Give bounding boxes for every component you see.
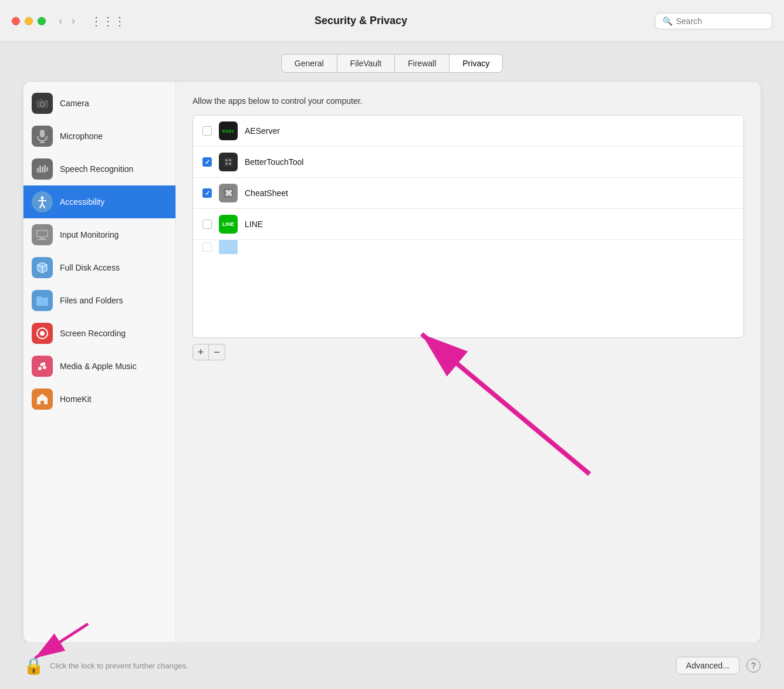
sidebar-item-input-monitoring[interactable]: Input Monitoring [23,218,175,251]
svg-rect-11 [44,165,46,173]
sidebar-label-screen-recording: Screen Recording [60,329,126,338]
tabs-bar: General FileVault Firewall Privacy [23,54,761,73]
tab-privacy[interactable]: Privacy [450,54,503,73]
add-app-button[interactable]: + [192,344,209,360]
back-button[interactable]: ‹ [55,13,66,28]
app-list-item-bettertouchtool[interactable]: BetterTouchTool [193,147,744,178]
sidebar: Camera Microphone [23,82,176,642]
app-list-item-partial [193,240,744,254]
remove-app-button[interactable]: − [209,344,225,360]
window-title: Security & Privacy [67,15,655,27]
svg-rect-4 [46,101,48,102]
svg-rect-30 [229,159,231,161]
line-name: LINE [245,219,263,229]
bettertouchtool-name: BetterTouchTool [245,157,303,167]
tab-firewall[interactable]: Firewall [395,54,450,73]
aeserver-checkbox[interactable] [202,126,212,136]
svg-rect-5 [40,130,45,137]
lock-icon[interactable]: 🔒 [23,656,44,676]
sidebar-item-camera[interactable]: Camera [23,87,175,120]
files-and-folders-icon [32,290,53,311]
sidebar-item-speech-recognition[interactable]: Speech Recognition [23,153,175,185]
bottom-right: Advanced... ? [676,657,761,674]
help-button[interactable]: ? [746,658,761,673]
aeserver-icon: exec [219,121,238,140]
line-icon: LINE [219,215,238,234]
svg-rect-32 [229,163,231,165]
aeserver-name: AEServer [245,126,280,136]
cheatsheet-icon: ⌘ [219,184,238,202]
svg-rect-12 [46,167,48,171]
svg-point-2 [41,103,44,106]
sidebar-label-media-apple-music: Media & Apple Music [60,362,137,371]
svg-rect-29 [225,159,228,161]
sidebar-item-files-and-folders[interactable]: Files and Folders [23,284,175,317]
sidebar-item-full-disk-access[interactable]: Full Disk Access [23,251,175,284]
svg-point-24 [40,331,45,336]
line-checkbox[interactable] [202,219,212,229]
panel: Camera Microphone [23,82,761,642]
accessibility-icon [32,191,53,212]
svg-point-27 [43,366,46,369]
partial-checkbox [202,242,212,252]
sidebar-item-homekit[interactable]: HomeKit [23,383,175,416]
close-button[interactable] [12,17,20,25]
tab-general[interactable]: General [281,54,337,73]
sidebar-item-screen-recording[interactable]: Screen Recording [23,317,175,350]
sidebar-label-files-and-folders: Files and Folders [60,296,123,305]
screen-recording-icon [32,323,53,344]
sidebar-label-accessibility: Accessibility [60,197,104,207]
partial-icon [219,240,238,254]
app-list-item-line[interactable]: LINE LINE [193,209,744,240]
svg-rect-3 [40,99,42,100]
list-controls: + − [192,344,744,360]
sidebar-label-camera: Camera [60,99,89,108]
svg-rect-21 [38,239,47,241]
sidebar-label-speech-recognition: Speech Recognition [60,164,133,174]
right-panel: Allow the apps below to control your com… [176,82,761,642]
svg-rect-9 [39,166,41,173]
cheatsheet-checkbox[interactable] [202,188,212,198]
fullscreen-button[interactable] [38,17,46,25]
svg-rect-10 [42,167,43,173]
svg-line-17 [42,204,45,208]
svg-rect-19 [38,231,48,237]
svg-rect-8 [37,168,39,173]
media-apple-music-icon [32,356,53,377]
minimize-button[interactable] [25,17,33,25]
panel-description: Allow the apps below to control your com… [192,96,744,106]
search-icon: 🔍 [663,16,673,26]
svg-text:⌘: ⌘ [225,189,232,198]
app-list-item-cheatsheet[interactable]: ⌘ CheatSheet [193,178,744,209]
sidebar-label-full-disk-access: Full Disk Access [60,263,120,272]
microphone-icon [32,126,53,147]
cheatsheet-name: CheatSheet [245,188,288,198]
app-list-inner[interactable]: exec AEServer [193,116,744,337]
lock-section: 🔒 Click the lock to prevent further chan… [23,656,188,676]
sidebar-label-input-monitoring: Input Monitoring [60,230,119,239]
main-content: General FileVault Firewall Privacy Camer… [0,42,784,642]
traffic-lights [12,17,46,25]
tab-filevault[interactable]: FileVault [337,54,395,73]
titlebar: ‹ › ⋮⋮⋮ Security & Privacy 🔍 [0,0,784,42]
svg-rect-20 [40,238,45,239]
bettertouchtool-checkbox[interactable] [202,157,212,167]
homekit-icon [32,389,53,410]
advanced-button[interactable]: Advanced... [676,657,739,674]
sidebar-label-microphone: Microphone [60,131,103,141]
svg-rect-28 [224,157,233,167]
full-disk-access-icon [32,257,53,278]
search-input[interactable] [676,16,765,26]
sidebar-item-accessibility[interactable]: Accessibility [23,185,175,218]
bottom-bar: 🔒 Click the lock to prevent further chan… [0,642,784,689]
sidebar-item-media-apple-music[interactable]: Media & Apple Music [23,350,175,383]
app-list-item-aeserver[interactable]: exec AEServer [193,116,744,147]
input-monitoring-icon [32,224,53,245]
lock-text: Click the lock to prevent further change… [50,661,188,670]
sidebar-label-homekit: HomeKit [60,394,92,404]
sidebar-item-microphone[interactable]: Microphone [23,120,175,153]
bettertouchtool-icon [219,153,238,171]
speech-recognition-icon [32,158,53,180]
search-bar: 🔍 [655,13,772,29]
svg-rect-31 [225,163,228,165]
